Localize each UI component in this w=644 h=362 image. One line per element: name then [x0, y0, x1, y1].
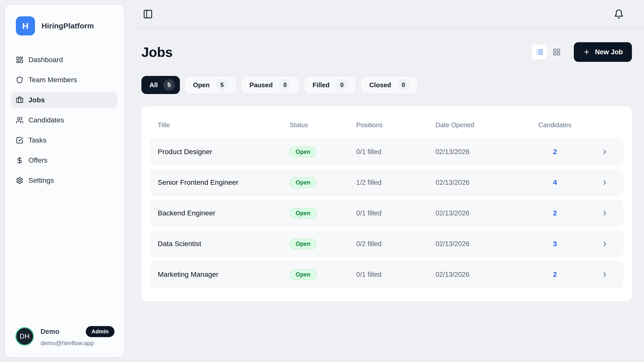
job-candidates-count[interactable]: 2 [516, 209, 594, 217]
grid-view-button[interactable] [549, 44, 565, 60]
table-row[interactable]: Backend Engineer Open 0/1 filled 02/13/2… [150, 200, 623, 227]
table-row[interactable]: Product Designer Open 0/1 filled 02/13/2… [150, 139, 623, 165]
status-badge: Open [290, 269, 316, 280]
content: Jobs [129, 29, 644, 301]
shield-icon [16, 76, 23, 84]
sidebar-item-label: Candidates [28, 116, 64, 124]
sidebar-toggle-button[interactable] [141, 8, 154, 21]
filter-count-badge: 5 [216, 79, 228, 91]
panel-left-icon [143, 9, 153, 19]
sidebar-item-jobs[interactable]: Jobs [11, 92, 117, 108]
brand-logo-letter: H [22, 21, 29, 31]
column-header-candidates: Candidates [516, 121, 594, 129]
briefcase-icon [16, 96, 23, 104]
job-date-opened: 02/13/2026 [435, 271, 516, 279]
brand: H HiringPlatform [5, 5, 124, 35]
jobs-table-card: Title Status Positions Date Opened Candi… [141, 106, 632, 301]
user-email: demo@hireflow.app [41, 340, 114, 347]
filter-all[interactable]: All 5 [141, 76, 180, 94]
filter-label: Filled [312, 81, 330, 89]
filter-pills: All 5 Open 5 Paused 0 Filled 0 Closed 0 [141, 76, 632, 94]
chevron-right-icon[interactable] [594, 271, 616, 278]
head-controls: New Job [530, 42, 632, 62]
dollar-icon [16, 157, 23, 164]
tasks-check-icon [16, 137, 23, 144]
status-badge: Open [290, 208, 316, 219]
job-positions: 0/1 filled [356, 271, 435, 279]
gear-icon [16, 177, 23, 184]
sidebar-item-settings[interactable]: Settings [11, 172, 117, 189]
new-job-button[interactable]: New Job [574, 42, 632, 62]
job-title: Backend Engineer [158, 209, 290, 217]
job-date-opened: 02/13/2026 [435, 179, 516, 187]
sidebar-nav: Dashboard Team Members Jobs Candidates T… [5, 52, 124, 189]
bell-icon [614, 9, 624, 19]
chevron-right-icon[interactable] [594, 240, 616, 248]
job-candidates-count[interactable]: 2 [516, 270, 594, 279]
list-view-button[interactable] [532, 44, 547, 60]
filter-open[interactable]: Open 5 [184, 76, 236, 94]
chevron-right-icon[interactable] [594, 148, 616, 156]
brand-logo: H [16, 16, 35, 35]
job-positions: 0/2 filled [356, 240, 435, 248]
job-positions: 1/2 filled [356, 179, 435, 187]
filter-label: Paused [250, 81, 273, 89]
sidebar-item-dashboard[interactable]: Dashboard [11, 52, 117, 68]
filter-filled[interactable]: Filled 0 [304, 76, 356, 94]
table-row[interactable]: Marketing Manager Open 0/1 filled 02/13/… [150, 261, 623, 288]
page-title: Jobs [141, 44, 173, 60]
table-row[interactable]: Data Scientist Open 0/2 filled 02/13/202… [150, 231, 623, 257]
filter-closed[interactable]: Closed 0 [361, 76, 418, 94]
user-text: Demo Admin demo@hireflow.app [41, 326, 114, 347]
new-job-label: New Job [595, 48, 623, 56]
filter-count-badge: 0 [398, 79, 409, 91]
job-candidates-count[interactable]: 3 [516, 240, 594, 248]
brand-name: HiringPlatform [42, 22, 94, 30]
sidebar-item-team-members[interactable]: Team Members [11, 72, 117, 88]
status-badge: Open [290, 177, 316, 188]
filter-count-badge: 0 [279, 79, 291, 91]
status-badge: Open [290, 147, 316, 157]
column-header-positions: Positions [356, 121, 435, 129]
chevron-right-icon[interactable] [594, 209, 616, 217]
notifications-button[interactable] [612, 8, 625, 21]
plus-icon [583, 48, 590, 56]
filter-count-badge: 0 [336, 79, 348, 91]
topbar [129, 0, 644, 29]
sidebar-item-label: Tasks [28, 136, 47, 144]
job-title: Marketing Manager [158, 270, 290, 279]
job-date-opened: 02/13/2026 [435, 209, 516, 217]
sidebar-item-label: Settings [28, 176, 54, 185]
status-badge: Open [290, 239, 316, 249]
main-area: Jobs [129, 0, 644, 362]
sidebar-item-label: Dashboard [28, 56, 63, 64]
user-profile[interactable]: DH Demo Admin demo@hireflow.app [5, 319, 124, 357]
job-title: Product Designer [158, 148, 290, 156]
user-name: Demo [41, 328, 59, 336]
filter-label: Open [193, 81, 210, 89]
avatar: DH [15, 327, 34, 346]
table-rows: Product Designer Open 0/1 filled 02/13/2… [141, 139, 632, 288]
sidebar: H HiringPlatform Dashboard Team Members … [5, 5, 124, 357]
job-positions: 0/1 filled [356, 209, 435, 217]
chevron-right-icon[interactable] [594, 179, 616, 186]
job-candidates-count[interactable]: 4 [516, 178, 594, 187]
sidebar-item-tasks[interactable]: Tasks [11, 132, 117, 149]
filter-count-badge: 5 [163, 79, 175, 91]
table-row[interactable]: Senior Frontend Engineer Open 1/2 filled… [150, 169, 623, 196]
column-header-status: Status [290, 121, 356, 129]
column-header-date-opened: Date Opened [435, 121, 516, 129]
table-header: Title Status Positions Date Opened Candi… [150, 106, 623, 139]
sidebar-item-candidates[interactable]: Candidates [11, 112, 117, 128]
job-candidates-count[interactable]: 2 [516, 148, 594, 156]
sidebar-item-offers[interactable]: Offers [11, 152, 117, 169]
job-positions: 0/1 filled [356, 148, 435, 156]
job-title: Senior Frontend Engineer [158, 178, 290, 187]
grid-view-icon [553, 48, 561, 56]
dashboard-icon [16, 56, 23, 64]
job-date-opened: 02/13/2026 [435, 240, 516, 248]
sidebar-item-label: Team Members [28, 76, 77, 84]
avatar-initials: DH [20, 333, 30, 340]
filter-paused[interactable]: Paused 0 [241, 76, 300, 94]
filter-label: All [149, 81, 158, 89]
